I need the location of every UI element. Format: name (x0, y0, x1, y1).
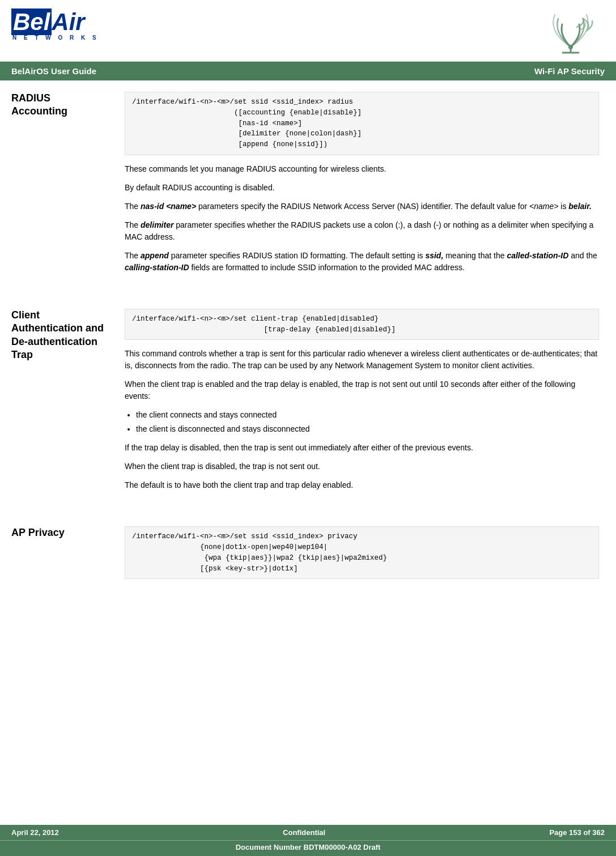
section3: AP Privacy /interface/wifi-<n>-<m>/set s… (0, 515, 616, 598)
client-auth-para-1: This command controls whether a trap is … (125, 348, 599, 372)
section3-right: /interface/wifi-<n>-<m>/set ssid <ssid_i… (113, 515, 616, 598)
section1-right: /interface/wifi-<n>-<m>/set ssid <ssid_i… (113, 80, 616, 292)
main-content: RADIUS Accounting /interface/wifi-<n>-<m… (0, 80, 616, 292)
bullet-1: the client connects and stays connected (136, 409, 599, 421)
footer-main-row: April 22, 2012 Confidential Page 153 of … (0, 825, 616, 840)
radius-accounting-code: /interface/wifi-<n>-<m>/set ssid <ssid_i… (125, 92, 599, 155)
footer-doc-number: Document Number BDTM00000-A02 Draft (0, 840, 616, 856)
ap-privacy-heading: AP Privacy (11, 526, 105, 539)
client-auth-code: /interface/wifi-<n>-<m>/set client-trap … (125, 309, 599, 340)
client-auth-heading: Client Authentication and De-authenticat… (11, 309, 105, 362)
client-auth-para-2: When the client trap is enabled and the … (125, 378, 599, 402)
svg-point-2 (568, 45, 573, 49)
footer-confidential: Confidential (283, 828, 325, 837)
logo-air: Air (52, 8, 84, 35)
navbar-title: BelAirOS User Guide (11, 66, 96, 76)
section2-right: /interface/wifi-<n>-<m>/set client-trap … (113, 297, 616, 510)
page-header: BelAir N E T W O R K S (0, 0, 616, 62)
radius-para-4: The delimiter parameter specifies whethe… (125, 219, 599, 243)
navbar-right: Wi-Fi AP Security (534, 66, 605, 76)
section3-left: AP Privacy (0, 515, 113, 598)
footer-page: Page 153 of 362 (549, 828, 605, 837)
footer-date: April 22, 2012 (11, 828, 59, 837)
client-auth-para-3: If the trap delay is disabled, then the … (125, 442, 599, 454)
navbar: BelAirOS User Guide Wi-Fi AP Security (0, 62, 616, 80)
logo-networks: N E T W O R K S (12, 35, 99, 41)
radius-para-3: The nas-id <name> parameters specify the… (125, 201, 599, 212)
section2: Client Authentication and De-authenticat… (0, 297, 616, 510)
ap-privacy-code: /interface/wifi-<n>-<m>/set ssid <ssid_i… (125, 526, 599, 579)
client-auth-para-4: When the client trap is disabled, the tr… (125, 461, 599, 472)
logo-bel: Bel (11, 8, 52, 35)
client-auth-para-5: The default is to have both the client t… (125, 479, 599, 491)
radius-para-2: By default RADIUS accounting is disabled… (125, 182, 599, 194)
client-auth-bullets: the client connects and stays connected … (125, 409, 599, 435)
radius-para-1: These commands let you manage RADIUS acc… (125, 163, 599, 175)
logo-belair-text: BelAir (11, 10, 99, 34)
antenna-icon (542, 10, 599, 56)
page-footer: April 22, 2012 Confidential Page 153 of … (0, 825, 616, 856)
radius-accounting-heading: RADIUS Accounting (11, 92, 105, 118)
radius-para-5: The append parameter specifies RADIUS st… (125, 250, 599, 274)
section1-left: RADIUS Accounting (0, 80, 113, 292)
company-logo: BelAir N E T W O R K S (11, 10, 99, 41)
bullet-2: the client is disconnected and stays dis… (136, 423, 599, 435)
section2-left: Client Authentication and De-authenticat… (0, 297, 113, 510)
